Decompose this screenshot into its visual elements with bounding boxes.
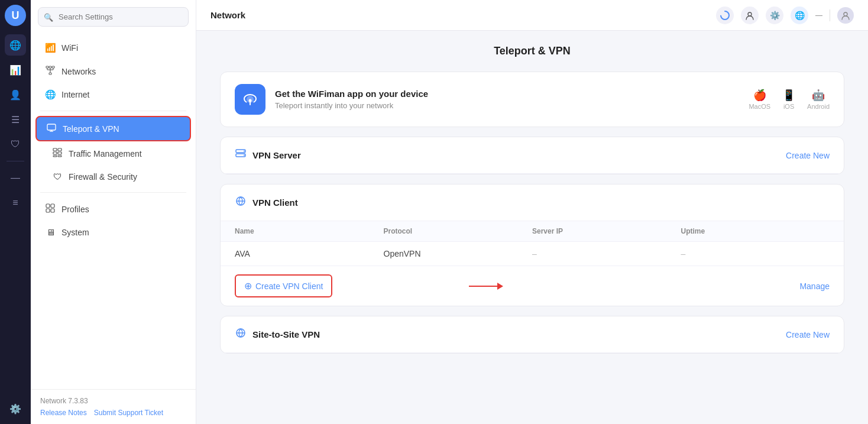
sidebar-item-profiles[interactable]: Profiles xyxy=(35,198,191,221)
support-ticket-link[interactable]: Submit Support Ticket xyxy=(94,409,163,417)
sidebar-label-wifi: WiFi xyxy=(61,43,78,53)
svg-rect-17 xyxy=(58,156,61,157)
icon-bar: U 🌐 📊 👤 ☰ 🛡 — ≡ ⚙️ xyxy=(0,0,31,424)
app-logo[interactable]: U xyxy=(5,5,26,26)
row-server-ip: – xyxy=(532,249,681,258)
svg-point-22 xyxy=(721,11,729,20)
topbar-user-icon[interactable] xyxy=(741,7,759,24)
network-icon xyxy=(45,66,56,77)
table-row: AVA OpenVPN – – xyxy=(221,242,844,266)
search-container: 🔍 xyxy=(38,7,189,27)
site-to-site-card: Site-to-Site VPN Create New xyxy=(220,316,844,354)
sidebar-item-wifi[interactable]: 📶 WiFi xyxy=(35,37,191,59)
promo-platforms: 🍎 MacOS 📱 iOS 🤖 Android xyxy=(749,89,830,110)
release-notes-link[interactable]: Release Notes xyxy=(40,409,87,417)
plus-circle-icon: ⊕ xyxy=(244,280,252,292)
sidebar-divider-1 xyxy=(40,111,186,111)
sidebar-links: Release Notes Submit Support Ticket xyxy=(40,409,186,417)
sidebar-label-profiles: Profiles xyxy=(61,205,89,214)
sidebar-item-internet[interactable]: 🌐 Internet xyxy=(35,83,191,106)
svg-rect-18 xyxy=(46,204,50,208)
site-to-site-title-group: Site-to-Site VPN xyxy=(235,327,320,342)
icon-bar-minus[interactable]: — xyxy=(5,167,26,189)
row-protocol: OpenVPN xyxy=(384,249,533,258)
sidebar-label-networks: Networks xyxy=(61,67,96,76)
promo-title: Get the WiFiman app on your device xyxy=(275,89,739,99)
col-name: Name xyxy=(235,227,384,235)
android-icon: 🤖 xyxy=(812,89,825,102)
svg-point-29 xyxy=(244,151,245,152)
macos-icon: 🍎 xyxy=(753,89,766,102)
platform-ios: 📱 iOS xyxy=(782,89,795,110)
page-title: Teleport & VPN xyxy=(220,45,844,57)
sidebar-label-traffic-management: Traffic Management xyxy=(69,149,142,158)
svg-point-24 xyxy=(844,12,847,16)
icon-bar-settings[interactable]: ⚙️ xyxy=(5,398,26,419)
platform-macos: 🍎 MacOS xyxy=(749,89,770,110)
vpn-client-title-group: VPN Client xyxy=(235,195,298,210)
col-uptime: Uptime xyxy=(681,227,830,235)
icon-bar-list2[interactable]: ≡ xyxy=(5,192,26,213)
site-to-site-create-btn[interactable]: Create New xyxy=(786,330,830,339)
icon-bar-list[interactable]: ☰ xyxy=(5,109,26,130)
promo-card-content: Get the WiFiman app on your device Telep… xyxy=(221,72,844,127)
topbar-avatar[interactable] xyxy=(837,7,854,24)
sidebar: 🔍 📶 WiFi Net xyxy=(31,0,196,424)
sidebar-item-networks[interactable]: Networks xyxy=(35,60,191,83)
sidebar-item-firewall-security[interactable]: 🛡 Firewall & Security xyxy=(35,166,191,187)
vpn-server-create-btn[interactable]: Create New xyxy=(786,151,830,160)
arrow-head xyxy=(497,283,503,290)
ios-icon: 📱 xyxy=(782,89,795,102)
svg-rect-19 xyxy=(51,204,54,208)
sidebar-nav: 📶 WiFi Networks 🌐 xyxy=(31,34,196,389)
macos-label: MacOS xyxy=(749,103,770,110)
topbar-settings-icon[interactable]: ⚙️ xyxy=(766,7,783,24)
vpn-client-icon xyxy=(235,195,247,210)
ios-label: iOS xyxy=(783,103,794,110)
icon-bar-graph[interactable]: 📊 xyxy=(5,59,26,80)
vpn-server-title: VPN Server xyxy=(252,150,301,160)
create-vpn-client-row: ⊕ Create VPN Client Manage xyxy=(221,266,844,306)
vpn-client-header: VPN Client xyxy=(221,185,844,221)
promo-card: Get the WiFiman app on your device Telep… xyxy=(220,72,844,127)
topbar-globe-icon[interactable]: 🌐 xyxy=(791,7,808,24)
arrow-line xyxy=(469,286,497,287)
row-name: AVA xyxy=(235,249,384,258)
topbar-loading-icon[interactable] xyxy=(716,7,734,24)
sidebar-item-system[interactable]: 🖥 System xyxy=(35,221,191,243)
red-arrow xyxy=(469,283,503,290)
teleport-icon xyxy=(46,123,57,134)
traffic-icon xyxy=(52,148,63,159)
topbar-divider xyxy=(830,9,830,21)
wifiman-icon xyxy=(235,84,265,115)
vpn-server-icon xyxy=(235,148,247,163)
svg-rect-12 xyxy=(53,148,57,151)
site-to-site-title: Site-to-Site VPN xyxy=(252,329,320,339)
vpn-server-title-group: VPN Server xyxy=(235,148,301,163)
manage-link[interactable]: Manage xyxy=(799,281,830,291)
icon-bar-shield[interactable]: 🛡 xyxy=(5,134,26,155)
svg-rect-0 xyxy=(46,66,48,68)
col-server-ip: Server IP xyxy=(532,227,681,235)
sidebar-item-traffic-management[interactable]: Traffic Management xyxy=(35,142,191,165)
svg-rect-21 xyxy=(51,209,54,212)
svg-rect-14 xyxy=(53,152,57,154)
icon-bar-users[interactable]: 👤 xyxy=(5,84,26,105)
row-uptime: – xyxy=(681,249,830,258)
svg-rect-20 xyxy=(46,209,50,212)
svg-rect-16 xyxy=(53,156,57,157)
page-content: Teleport & VPN Get the WiFiman app on yo… xyxy=(196,31,868,377)
search-input[interactable] xyxy=(38,7,189,27)
topbar: Network ⚙️ 🌐 — xyxy=(196,0,868,31)
icon-bar-network[interactable]: 🌐 xyxy=(5,34,26,56)
svg-rect-2 xyxy=(52,66,54,68)
svg-rect-3 xyxy=(49,73,51,75)
promo-subtitle: Teleport instantly into your network xyxy=(275,101,739,110)
vpn-client-title: VPN Client xyxy=(252,198,298,208)
sidebar-label-teleport-vpn: Teleport & VPN xyxy=(63,124,119,134)
app-title: Network xyxy=(210,10,245,20)
sidebar-item-teleport-vpn[interactable]: Teleport & VPN xyxy=(35,116,191,141)
android-label: Android xyxy=(807,103,830,110)
profiles-icon xyxy=(45,203,56,215)
create-vpn-client-button[interactable]: ⊕ Create VPN Client xyxy=(235,274,332,297)
